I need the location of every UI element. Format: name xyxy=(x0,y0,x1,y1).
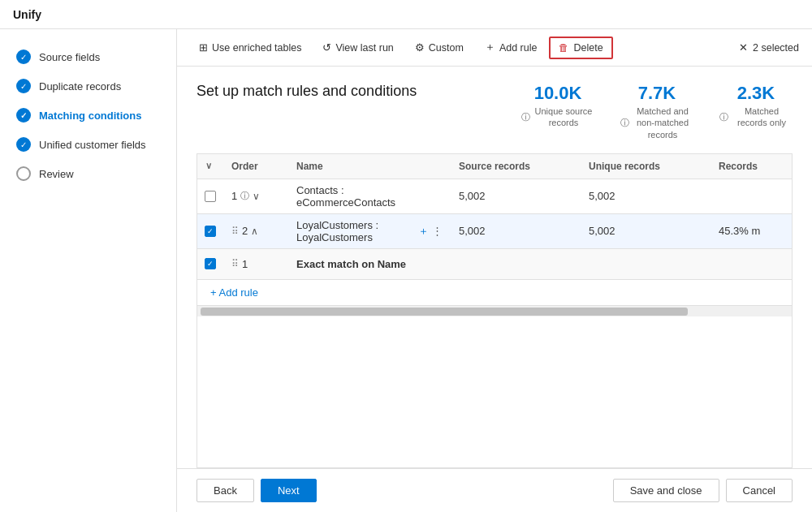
view-last-run-label: View last run xyxy=(335,42,393,54)
stat-matched-only: 2.3K ⓘ Matched records only xyxy=(719,83,793,140)
row0-order-cell: 1 ⓘ ∨ xyxy=(223,185,288,207)
view-last-run-button[interactable]: ↺ View last run xyxy=(313,37,402,58)
sidebar-check-source-fields: ✓ xyxy=(16,49,31,64)
footer-right: Save and close Cancel xyxy=(613,479,793,502)
save-and-close-button[interactable]: Save and close xyxy=(613,479,719,502)
sidebar-item-unified-customer-fields[interactable]: ✓ Unified customer fields xyxy=(0,130,176,159)
sidebar-label-duplicate-records: Duplicate records xyxy=(39,80,121,93)
sidebar-label-review: Review xyxy=(39,168,74,180)
table-row-1: ✓ ⠿ 2 ∧ LoyalCustomers : LoyalCustomers … xyxy=(197,214,792,249)
add-rule-toolbar-label: Add rule xyxy=(499,42,538,54)
custom-icon: ⚙ xyxy=(415,41,425,54)
add-rule-row[interactable]: + Add rule xyxy=(197,280,792,305)
content-area: Set up match rules and conditions 10.0K … xyxy=(177,67,812,468)
sidebar-label-matching-conditions: Matching conditions xyxy=(39,110,141,122)
col-order-label: Order xyxy=(231,161,258,172)
info-icon-2: ⓘ xyxy=(719,111,728,123)
selected-count-label: 2 selected xyxy=(753,42,799,54)
row1-source-records: 5,002 xyxy=(459,225,486,237)
row0-source-records-cell: 5,002 xyxy=(451,185,581,207)
main-layout: ✓ Source fields ✓ Duplicate records ✓ Ma… xyxy=(0,29,812,512)
view-last-run-icon: ↺ xyxy=(322,41,331,54)
footer: Back Next Save and close Cancel xyxy=(177,468,812,512)
next-button[interactable]: Next xyxy=(261,479,317,502)
row2-order: 1 xyxy=(242,258,248,270)
col-header-order: Order xyxy=(223,154,288,179)
cancel-button[interactable]: Cancel xyxy=(726,479,793,502)
horizontal-scrollbar[interactable] xyxy=(197,305,792,316)
row2-checkbox[interactable]: ✓ xyxy=(205,258,216,269)
stat-unique-source: 10.0K ⓘ Unique source records xyxy=(521,83,594,140)
row1-source-records-cell: 5,002 xyxy=(451,220,581,242)
page-title: Set up match rules and conditions xyxy=(197,83,417,100)
table-row-2: ✓ ⠿ 1 Exact match on Name xyxy=(197,249,792,280)
col-unique-records-label: Unique records xyxy=(589,161,660,172)
col-source-records-label: Source records xyxy=(459,161,530,172)
row1-checkbox-cell[interactable]: ✓ xyxy=(197,221,223,242)
row2-drag-handle[interactable]: ⠿ xyxy=(231,258,239,269)
row0-checkbox[interactable] xyxy=(205,191,216,202)
row1-name-cell: LoyalCustomers : LoyalCustomers ＋ ⋮ xyxy=(288,214,451,248)
use-enriched-tables-button[interactable]: ⊞ Use enriched tables xyxy=(190,37,310,58)
stat-matched: 7.7K ⓘ Matched and non-matched records xyxy=(620,83,693,140)
col-header-checkbox: ∨ xyxy=(197,154,223,179)
app-header: Unify xyxy=(0,0,812,29)
row2-source-records-cell xyxy=(451,259,581,269)
enriched-tables-icon: ⊞ xyxy=(199,41,208,54)
selected-info: ✕ 2 selected xyxy=(739,41,799,54)
col-header-name: Name xyxy=(288,154,451,179)
row2-records-cell xyxy=(710,259,792,269)
row0-records-cell xyxy=(710,191,792,201)
delete-label: Delete xyxy=(573,42,603,54)
back-button[interactable]: Back xyxy=(197,479,254,502)
sidebar-label-source-fields: Source fields xyxy=(39,51,100,63)
row1-name: LoyalCustomers : LoyalCustomers xyxy=(296,219,408,243)
delete-button[interactable]: 🗑 Delete xyxy=(549,37,612,59)
scrollbar-thumb[interactable] xyxy=(201,308,688,316)
custom-label: Custom xyxy=(429,42,464,54)
row0-chevron-icon[interactable]: ∨ xyxy=(253,191,260,202)
row1-order: 2 xyxy=(242,225,248,237)
row1-records: 45.3% m xyxy=(719,225,760,237)
row1-more-icon[interactable]: ⋮ xyxy=(432,225,443,237)
table-header: ∨ Order Name Source records Unique recor… xyxy=(197,154,792,179)
row2-order-cell: ⠿ 1 xyxy=(223,253,288,275)
row1-records-cell: 45.3% m xyxy=(710,220,792,242)
row1-unique-records-cell: 5,002 xyxy=(581,220,710,242)
main-panel: ⊞ Use enriched tables ↺ View last run ⚙ … xyxy=(177,29,812,512)
row2-checkbox-cell[interactable]: ✓ xyxy=(197,253,223,274)
row0-info-icon: ⓘ xyxy=(240,190,249,202)
stat-matched-only-label: ⓘ Matched records only xyxy=(719,105,793,129)
row0-source-records: 5,002 xyxy=(459,190,486,202)
info-icon-0: ⓘ xyxy=(521,111,530,123)
custom-button[interactable]: ⚙ Custom xyxy=(406,37,473,58)
row2-name: Exact match on Name xyxy=(296,258,406,270)
sidebar-item-review[interactable]: Review xyxy=(0,159,176,188)
add-rule-icon: ＋ xyxy=(485,41,495,54)
row1-order-cell: ⠿ 2 ∧ xyxy=(223,220,288,242)
row1-unique-records: 5,002 xyxy=(589,225,615,237)
row1-checkbox[interactable]: ✓ xyxy=(205,226,216,237)
row0-checkbox-cell[interactable] xyxy=(197,186,223,207)
stat-matched-only-value: 2.3K xyxy=(719,83,793,104)
sidebar-item-matching-conditions[interactable]: ✓ Matching conditions xyxy=(0,101,176,130)
close-selected-icon[interactable]: ✕ xyxy=(739,41,748,54)
row0-order: 1 xyxy=(231,190,237,202)
sidebar-item-duplicate-records[interactable]: ✓ Duplicate records xyxy=(0,71,176,101)
row2-name-cell: Exact match on Name xyxy=(288,253,451,275)
use-enriched-tables-label: Use enriched tables xyxy=(212,42,301,54)
row1-add-icon[interactable]: ＋ xyxy=(418,224,429,239)
sidebar: ✓ Source fields ✓ Duplicate records ✓ Ma… xyxy=(0,29,177,512)
col-chevron-icon: ∨ xyxy=(205,161,212,171)
stats-panel: 10.0K ⓘ Unique source records 7.7K ⓘ Mat… xyxy=(521,83,793,140)
row1-drag-handle[interactable]: ⠿ xyxy=(231,226,239,237)
table-row-0: 1 ⓘ ∨ Contacts : eCommerceContacts 5,002… xyxy=(197,179,792,214)
stat-matched-label: ⓘ Matched and non-matched records xyxy=(620,105,693,140)
sidebar-check-duplicate-records: ✓ xyxy=(16,79,31,93)
row0-name: Contacts : eCommerceContacts xyxy=(296,184,443,209)
row1-chevron-up-icon[interactable]: ∧ xyxy=(251,226,258,237)
col-header-source-records: Source records xyxy=(451,154,581,179)
sidebar-label-unified-customer-fields: Unified customer fields xyxy=(39,139,146,151)
add-rule-toolbar-button[interactable]: ＋ Add rule xyxy=(476,36,546,59)
sidebar-item-source-fields[interactable]: ✓ Source fields xyxy=(0,42,176,71)
